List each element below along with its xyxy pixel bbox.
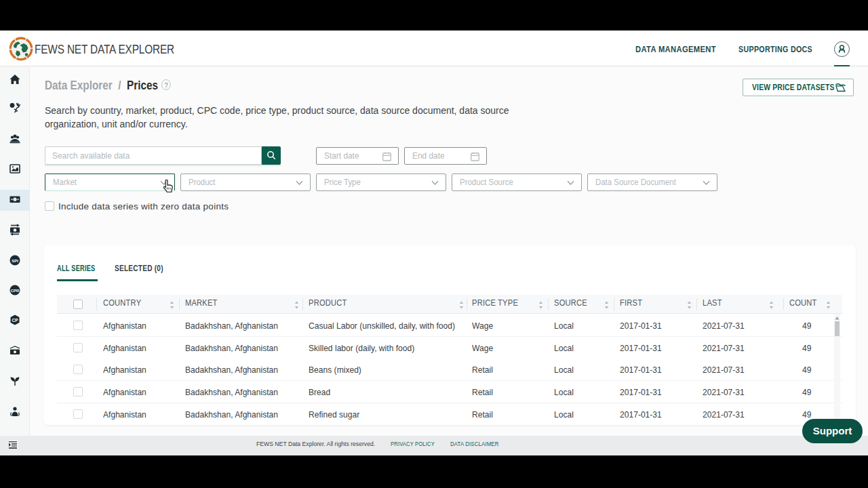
svg-text:CPR: CPR	[11, 289, 20, 293]
svg-text:CP: CP	[12, 318, 18, 323]
svg-text:SPI: SPI	[12, 259, 18, 263]
svg-text:..: ..	[18, 345, 19, 348]
